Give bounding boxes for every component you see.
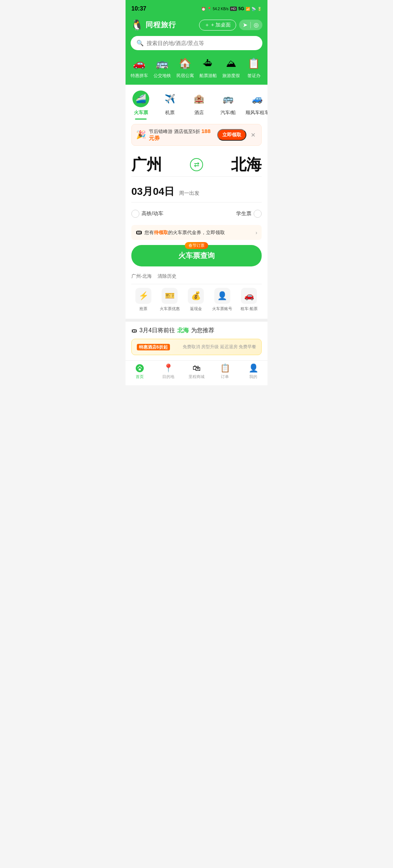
main-content: 🚄 火车票 ✈️ 机票 🏨 酒店 🚌 汽车/船 🚙 顺风车租车 🏯 门票 🎉 [126,85,267,360]
tab-bus-ship[interactable]: 🚌 汽车/船 [218,91,238,120]
nav-item-ferry[interactable]: ⛴ 船票游船 [198,55,218,79]
swap-cities-button[interactable]: ⇄ [188,157,205,173]
bottom-nav-mileage[interactable]: 🛍 里程商城 [186,363,207,379]
sub-icon-cashback[interactable]: 💰 返现金 [188,288,204,312]
home-nav-label: 首页 [136,374,144,379]
category-nav: 🚗 特惠拼车 🚌 公交地铁 🏠 民宿公寓 ⛴ 船票游船 ⛰ 旅游度假 📋 签证办 [126,55,267,85]
vacation-label: 旅游度假 [222,73,240,79]
account-label: 火车票账号 [212,306,232,312]
tab-hotel[interactable]: 🏨 酒店 [189,91,209,120]
tab-train[interactable]: 🚄 火车票 [131,91,151,120]
sub-icon-car-ferry[interactable]: 🚗 租车·船票 [241,288,258,312]
highspeed-toggle[interactable] [131,210,139,218]
battery-icon: 🔋 [257,7,262,11]
5g-badge: 5G [238,6,244,11]
nav-item-visa[interactable]: 📋 签证办 [244,55,264,79]
student-option[interactable]: 学生票 [236,210,262,218]
hotel-promo-badge: 特惠酒店6折起 [137,344,170,350]
reco-title-pre: 3月4日将前往 [139,327,175,334]
account-icon: 👤 [214,288,230,304]
promo-claim-button[interactable]: 立即领取 [217,129,246,141]
add-desk-button[interactable]: ＋ + 加桌面 [199,20,236,31]
wifi-icon: 📡 [251,7,256,11]
logo-text: 同程旅行 [146,20,176,30]
flight-tab-icon: ✈️ [162,91,178,107]
nav-item-carpooling[interactable]: 🚗 特惠拼车 [129,55,150,79]
train-tab-label: 火车票 [134,109,148,116]
cashback-icon: 💰 [188,288,204,304]
ferry-label: 船票游船 [199,73,217,79]
tab-rideshare[interactable]: 🚙 顺风车租车 [247,91,267,120]
nav-item-vacation[interactable]: ⛰ 旅游度假 [221,55,241,79]
promo-close-button[interactable]: ✕ [249,132,257,138]
orders-nav-label: 订单 [221,374,229,379]
destination-nav-icon: 📍 [163,363,173,373]
to-city[interactable]: 北海 [231,154,262,175]
mileage-nav-icon: 🛍 [192,363,201,373]
search-input[interactable] [147,40,257,46]
profile-nav-label: 我的 [249,374,257,379]
promo-text: 节后错峰游 酒店低至5折 188元券 [149,128,214,142]
bottom-nav-orders[interactable]: 📋 订单 [214,363,236,379]
cashback-label: 返现金 [190,306,202,312]
sub-icon-grab-ticket[interactable]: ⚡ 抢票 [135,288,151,312]
bottom-nav-destination[interactable]: 📍 目的地 [157,363,179,379]
travel-date: 03月04日 [131,186,174,197]
search-bar-container[interactable]: 🔍 [131,36,262,50]
bus-tab-label: 汽车/船 [221,109,236,116]
voucher-row[interactable]: 🎟 您有待领取的火车票代金券，立即领取 › [131,225,262,240]
home-nav-icon [135,363,144,373]
carpooling-label: 特惠拼车 [131,73,148,79]
grab-ticket-label: 抢票 [139,306,147,312]
date-row[interactable]: 03月04日 周一出发 [131,181,262,202]
ferry-icon: ⛴ [200,55,216,71]
reco-title-suffix: 为您推荐 [191,327,214,334]
nav-item-transit[interactable]: 🚌 公交地铁 [152,55,172,79]
transit-label: 公交地铁 [154,73,171,79]
vacation-icon: ⛰ [223,55,239,71]
signal-icon: 📶 [246,7,250,11]
travel-weekday: 周一出发 [179,190,199,196]
options-row: 高铁/动车 学生票 [131,207,262,221]
sub-icon-discount[interactable]: 🎫 火车票优惠 [160,288,180,312]
clear-history-button[interactable]: 清除历史 [158,273,176,280]
promo-main-text: 节后错峰游 酒店低至5折 [149,129,200,134]
nav-item-homestay[interactable]: 🏠 民宿公寓 [175,55,195,79]
camera-icon: ◎ [254,21,259,28]
hotel-promo-banner[interactable]: 特惠酒店6折起 免费取消 房型升级 延迟退房 免费早餐 [131,339,262,355]
voucher-emoji: 🎟 [136,229,142,236]
reco-title: 🎟 3月4日将前往 北海 为您推荐 [131,327,262,334]
route-row: 广州 ⇄ 北海 [131,152,262,177]
booking-card: 🎉 节后错峰游 酒店低至5折 188元券 立即领取 ✕ 广州 ⇄ 北海 03月0… [126,120,267,319]
student-label: 学生票 [236,210,251,217]
history-tag-1[interactable]: 广州-北海 [131,273,152,280]
student-toggle[interactable] [254,210,262,218]
location-camera-button[interactable]: ➤ ◎ [239,20,262,30]
history-row: 广州-北海 清除历史 [131,272,262,284]
highspeed-option[interactable]: 高铁/动车 [131,210,163,218]
bottom-nav-home[interactable]: 首页 [129,363,151,379]
bottom-nav: 首页 📍 目的地 🛍 里程商城 📋 订单 👤 我的 [126,360,267,385]
add-desk-label: + 加桌面 [211,22,231,28]
voucher-arrow-icon: › [255,230,257,236]
hotel-promo-right: 免费取消 房型升级 延迟退房 免费早餐 [183,344,256,350]
svg-point-0 [136,364,144,372]
recommendation-section: 🎟 3月4日将前往 北海 为您推荐 特惠酒店6折起 免费取消 房型升级 延迟退房… [126,322,267,360]
transport-tabs: 🚄 火车票 ✈️ 机票 🏨 酒店 🚌 汽车/船 🚙 顺风车租车 🏯 门票 [126,85,267,120]
app-header: 🐧 同程旅行 ＋ + 加桌面 ➤ ◎ [126,16,267,36]
header-buttons: ＋ + 加桌面 ➤ ◎ [199,20,262,31]
status-time: 10:37 [131,5,146,12]
alarm-icon: ⏰ [201,7,206,11]
visa-label: 签证办 [247,73,261,79]
homestay-label: 民宿公寓 [176,73,194,79]
from-city[interactable]: 广州 [131,154,162,175]
voucher-highlight: 待领取 [154,230,168,235]
bottom-nav-profile[interactable]: 👤 我的 [242,363,264,379]
destination-nav-label: 目的地 [162,374,174,379]
voucher-suffix: 的火车票代金券，立即领取 [168,230,225,235]
promo-banner[interactable]: 🎉 节后错峰游 酒店低至5折 188元券 立即领取 ✕ [131,124,262,146]
tab-flight[interactable]: ✈️ 机票 [160,91,180,120]
sub-icon-account[interactable]: 👤 火车票账号 [212,288,232,312]
rideshare-tab-icon: 🚙 [249,91,266,107]
orders-nav-icon: 📋 [220,363,230,373]
